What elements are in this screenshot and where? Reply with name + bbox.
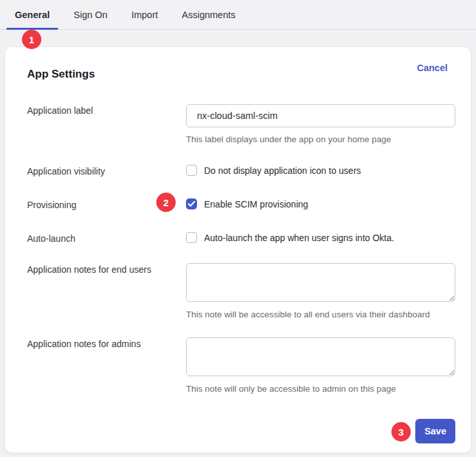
application-visibility-caption: Application visibility — [27, 165, 186, 176]
tab-general[interactable]: General — [6, 0, 58, 29]
notes-admins-textarea[interactable] — [186, 337, 455, 376]
application-label-input[interactable] — [186, 104, 455, 127]
auto-launch-checkbox-label: Auto-launch the app when user signs into… — [204, 233, 394, 243]
auto-launch-caption: Auto-launch — [27, 232, 186, 244]
app-settings-panel: App Settings Cancel Application label Th… — [5, 47, 471, 452]
application-visibility-checkbox[interactable] — [186, 165, 197, 176]
annotation-badge-2: 2 — [156, 193, 176, 212]
checkmark-icon — [188, 201, 195, 207]
annotation-badge-1: 1 — [22, 30, 41, 49]
auto-launch-row: Auto-launch Auto-launch the app when use… — [27, 232, 455, 244]
tab-assignments[interactable]: Assignments — [174, 0, 244, 29]
notes-admins-row: Application notes for admins This note w… — [27, 337, 455, 394]
notes-end-users-help: This note will be accessible to all end … — [186, 310, 455, 319]
panel-title: App Settings — [27, 63, 95, 81]
application-label-caption: Application label — [27, 104, 186, 144]
notes-admins-help: This note will only be accessible to adm… — [186, 384, 455, 394]
tab-assignments-label: Assignments — [182, 10, 236, 20]
tab-sign-on[interactable]: Sign On — [65, 0, 116, 29]
application-label-row: Application label This label displays un… — [27, 104, 455, 144]
panel-header: App Settings Cancel — [27, 63, 455, 81]
annotation-badge-3: 3 — [391, 422, 411, 441]
application-visibility-checkbox-label: Do not display application icon to users — [204, 165, 361, 176]
notes-end-users-row: Application notes for end users This not… — [27, 263, 455, 319]
tab-import-label: Import — [131, 10, 158, 20]
provisioning-checkbox-label: Enable SCIM provisioning — [204, 199, 308, 209]
auto-launch-checkbox[interactable] — [186, 232, 197, 243]
application-label-help: This label displays under the app on you… — [186, 134, 455, 144]
cancel-link[interactable]: Cancel — [417, 63, 455, 73]
tab-sign-on-label: Sign On — [74, 10, 107, 20]
save-button[interactable]: Save — [415, 419, 455, 443]
tab-import[interactable]: Import — [123, 0, 166, 29]
notes-admins-caption: Application notes for admins — [27, 337, 186, 394]
tab-bar: General Sign On Import Assignments — [0, 0, 476, 30]
application-visibility-row: Application visibility Do not display ap… — [27, 165, 455, 176]
tab-general-label: General — [15, 10, 50, 20]
notes-end-users-textarea[interactable] — [186, 263, 455, 302]
notes-end-users-caption: Application notes for end users — [27, 263, 186, 319]
provisioning-checkbox[interactable] — [186, 198, 197, 209]
provisioning-row: Provisioning Enable SCIM provisioning — [27, 198, 455, 210]
